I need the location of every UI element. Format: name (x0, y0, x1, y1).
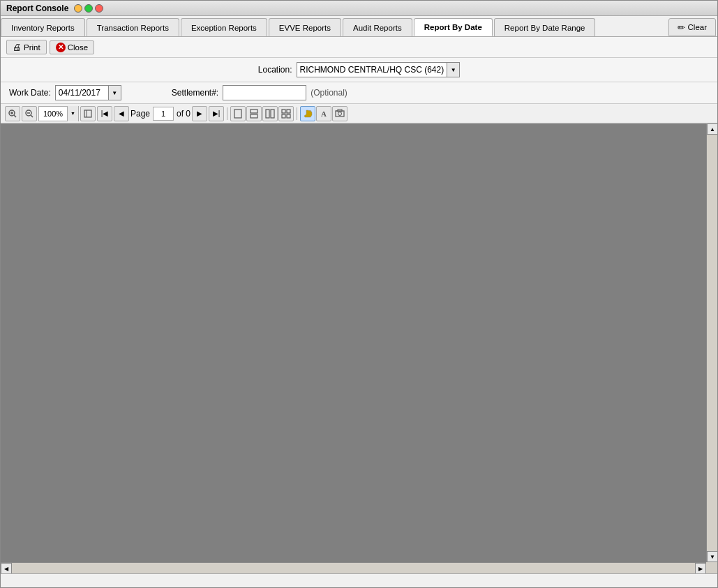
zoom-out-button[interactable] (22, 106, 37, 121)
tab-inventory-reports[interactable]: Inventory Reports (1, 18, 85, 36)
svg-rect-12 (266, 110, 269, 118)
svg-line-5 (31, 115, 33, 117)
zoom-group[interactable]: 100% ▼ (38, 106, 79, 121)
viewer-toolbar: 100% ▼ |◀ ◀ Page of 0 ▶ ▶| (1, 104, 717, 123)
settings-icon (84, 110, 92, 118)
tab-evve-reports[interactable]: EVVE Reports (269, 18, 341, 36)
title-bar-buttons (74, 4, 103, 13)
close-icon: ✕ (56, 43, 66, 52)
svg-rect-7 (84, 110, 91, 117)
view-facing-button[interactable] (262, 106, 278, 121)
location-group: Location: RICHMOND CENTRAL/HQ CSC (642) … (258, 62, 460, 77)
form-workdate-row: Work Date: ▼ Settlement#: (Optional) (1, 82, 717, 104)
svg-rect-10 (250, 110, 257, 113)
zoom-out-icon (25, 110, 33, 118)
workdate-label: Work Date: (9, 88, 51, 98)
close-window-button[interactable] (95, 4, 103, 13)
eraser-icon: ✏ (678, 22, 685, 33)
svg-line-1 (14, 115, 16, 117)
svg-rect-9 (234, 110, 241, 118)
tool-group: A (300, 106, 347, 121)
scroll-track-horizontal[interactable] (12, 563, 695, 573)
view-mode-group (230, 106, 294, 121)
vertical-scrollbar[interactable]: ▲ ▼ (706, 123, 717, 562)
first-page-button[interactable]: |◀ (97, 106, 112, 121)
location-label: Location: (258, 65, 292, 75)
page-group: Page of 0 (130, 107, 190, 121)
workdate-input-wrapper[interactable]: ▼ (55, 85, 121, 100)
tab-exception-reports[interactable]: Exception Reports (181, 18, 267, 36)
svg-rect-14 (282, 110, 285, 113)
text-select-icon: A (321, 110, 327, 118)
svg-rect-13 (271, 110, 274, 118)
viewer-separator-2 (297, 107, 297, 120)
tab-report-by-date-range[interactable]: Report By Date Range (494, 18, 596, 36)
tab-spacer (597, 18, 668, 36)
location-select[interactable]: RICHMOND CENTRAL/HQ CSC (642) ▼ (297, 62, 461, 77)
optional-label: (Optional) (311, 88, 347, 98)
title-bar: Report Console (1, 1, 717, 16)
settlement-input[interactable] (223, 85, 306, 100)
facing-icon (265, 109, 275, 119)
close-button[interactable]: ✕ Close (50, 40, 94, 54)
maximize-button[interactable] (84, 4, 93, 13)
horizontal-scrollbar[interactable]: ◀ ▶ (1, 562, 706, 573)
single-page-icon (233, 109, 243, 119)
location-dropdown-button[interactable]: ▼ (447, 63, 459, 77)
page-label: Page (130, 109, 150, 119)
zoom-in-button[interactable] (5, 106, 20, 121)
scroll-down-button[interactable]: ▼ (707, 551, 717, 562)
view-grid-button[interactable] (278, 106, 294, 121)
next-page-button[interactable]: ▶ (192, 106, 207, 121)
continuous-icon (249, 109, 259, 119)
location-value: RICHMOND CENTRAL/HQ CSC (642) (297, 63, 447, 76)
scroll-right-button[interactable]: ▶ (695, 563, 706, 573)
settlement-group: Settlement#: (Optional) (172, 85, 347, 100)
tab-audit-reports[interactable]: Audit Reports (343, 18, 412, 36)
view-single-button[interactable] (230, 106, 246, 121)
svg-rect-11 (250, 114, 257, 118)
view-continuous-button[interactable] (246, 106, 262, 121)
scrollbar-corner (706, 562, 717, 573)
tab-bar: Inventory Reports Transaction Reports Ex… (1, 16, 717, 37)
zoom-in-icon (8, 110, 17, 118)
tab-transaction-reports[interactable]: Transaction Reports (87, 18, 179, 36)
settlement-label: Settlement#: (172, 88, 218, 98)
scroll-left-button[interactable]: ◀ (1, 563, 12, 573)
status-bar (1, 573, 717, 587)
content-area: ▲ ▼ ◀ ▶ (1, 123, 717, 573)
page-of-label: of 0 (177, 109, 190, 119)
svg-rect-15 (287, 110, 290, 113)
grid-icon (281, 109, 291, 119)
minimize-button[interactable] (74, 4, 82, 13)
text-select-button[interactable]: A (316, 106, 331, 121)
clear-button[interactable]: ✏ Clear (668, 18, 716, 36)
hand-icon (303, 109, 313, 119)
tab-report-by-date[interactable]: Report By Date (414, 18, 493, 36)
workdate-input[interactable] (56, 86, 108, 100)
snapshot-icon (335, 109, 345, 119)
date-dropdown-button[interactable]: ▼ (108, 86, 121, 100)
last-page-button[interactable]: ▶| (209, 106, 224, 121)
snapshot-button[interactable] (332, 106, 347, 121)
viewer-settings-button[interactable] (80, 106, 96, 121)
page-input[interactable] (153, 107, 174, 121)
toolbar: 🖨 Print ✕ Close (1, 37, 717, 58)
prev-page-button[interactable]: ◀ (114, 106, 129, 121)
scroll-up-button[interactable]: ▲ (707, 123, 717, 135)
window-title: Report Console (6, 3, 68, 13)
form-location-row: Location: RICHMOND CENTRAL/HQ CSC (642) … (1, 58, 717, 82)
svg-rect-17 (287, 114, 290, 118)
zoom-value: 100% (39, 110, 67, 118)
print-button[interactable]: 🖨 Print (6, 40, 47, 54)
main-window: Report Console Inventory Reports Transac… (0, 0, 718, 588)
scroll-track-vertical[interactable] (707, 135, 717, 551)
viewer-separator-1 (227, 107, 227, 120)
zoom-dropdown-button[interactable]: ▼ (67, 106, 78, 121)
pan-tool-button[interactable] (300, 106, 315, 121)
workdate-group: Work Date: ▼ (9, 85, 121, 100)
svg-point-19 (338, 112, 342, 115)
svg-rect-16 (282, 114, 285, 118)
print-icon: 🖨 (13, 42, 22, 52)
